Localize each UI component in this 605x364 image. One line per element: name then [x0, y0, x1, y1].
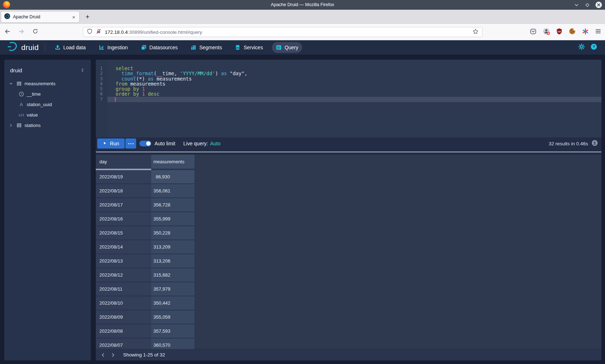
nav-item-label: Load data	[63, 45, 86, 50]
druid-logo-icon	[6, 41, 18, 54]
column-header-measurements[interactable]: measurements	[151, 155, 194, 169]
panel-resize-splitter[interactable]	[96, 151, 601, 153]
prev-page-icon[interactable]	[100, 352, 106, 358]
nav-item-label: Datasources	[149, 45, 178, 50]
menu-hamburger-icon[interactable]	[595, 28, 601, 36]
cell-day[interactable]: 2022/08/14	[96, 240, 151, 254]
cell-day[interactable]: 2022/08/10	[96, 296, 151, 310]
tab-strip: Apache Druid × +	[0, 10, 605, 24]
cell-measurements[interactable]: 313,209	[151, 240, 194, 254]
window-close-icon[interactable]	[595, 1, 602, 8]
column-header-day[interactable]: day	[96, 155, 151, 169]
table-row: 2022/08/11357,979	[96, 282, 601, 296]
cell-day[interactable]: 2022/08/11	[96, 282, 151, 296]
colorful-asterisk-extension-icon[interactable]	[582, 28, 589, 36]
nav-item-services[interactable]: Services	[231, 42, 267, 53]
nav-item-query[interactable]: Query	[272, 42, 302, 53]
url-text[interactable]: 172.18.0.4:30899/unified-console.html#qu…	[105, 29, 469, 35]
gutter-line-number: 4	[96, 81, 107, 86]
privacy-extension-icon[interactable]	[543, 28, 550, 36]
druid-brand[interactable]: druid	[6, 41, 39, 54]
cell-measurements[interactable]: 313,206	[151, 254, 194, 268]
pagination-footer: Showing 1-25 of 32	[96, 349, 601, 360]
table-row: 2022/08/13313,206	[96, 254, 601, 268]
tab-title: Apache Druid	[13, 14, 71, 19]
ingestion-icon	[99, 45, 104, 50]
nav-item-label: Ingestion	[107, 45, 128, 50]
nav-item-ingestion[interactable]: Ingestion	[95, 42, 132, 53]
chevron-right-icon[interactable]	[8, 123, 14, 127]
sort-double-caret-icon[interactable]	[80, 68, 85, 73]
code-line-2: time_format(__time, 'YYYY/MM/dd') as "da…	[107, 71, 601, 76]
tracking-protection-shield-icon[interactable]	[87, 28, 93, 36]
insecure-lock-icon[interactable]	[96, 28, 102, 36]
tree-item-station-uuid[interactable]: Astation_uuid	[4, 99, 91, 110]
browser-tab[interactable]: Apache Druid ×	[1, 12, 79, 22]
navbar-divider	[45, 44, 45, 51]
cell-measurements[interactable]: 350,442	[151, 296, 194, 310]
cell-day[interactable]: 2022/08/13	[96, 254, 151, 268]
nav-item-datasources[interactable]: Datasources	[137, 42, 182, 53]
live-query-control[interactable]: Live query:Auto	[183, 138, 220, 149]
cell-measurements[interactable]: 355,999	[151, 212, 194, 226]
run-more-button[interactable]	[125, 138, 136, 149]
results-summary: 32 results in 0.46s	[548, 141, 588, 146]
reload-icon[interactable]	[32, 28, 38, 36]
tree-item-label: stations	[24, 123, 41, 128]
tree-item-stations[interactable]: stations	[4, 120, 91, 131]
nav-item-segments[interactable]: Segments	[187, 42, 226, 53]
window-maximize-icon[interactable]	[584, 2, 590, 8]
table-row: 2022/08/15350,228	[96, 226, 601, 240]
results-table: day measurements 2022/08/1986,9302022/08…	[96, 155, 601, 360]
pocket-icon[interactable]	[530, 28, 537, 36]
table-row: 2022/08/16355,999	[96, 212, 601, 226]
cell-measurements[interactable]: 315,682	[151, 268, 194, 282]
live-query-value[interactable]: Auto	[210, 141, 220, 146]
play-icon	[103, 141, 107, 146]
new-tab-button[interactable]: +	[83, 13, 92, 22]
cell-day[interactable]: 2022/08/17	[96, 198, 151, 211]
table-icon	[16, 123, 22, 128]
url-bar[interactable]: 172.18.0.4:30899/unified-console.html#qu…	[83, 27, 483, 37]
cell-measurements[interactable]: 355,059	[151, 310, 194, 324]
cell-measurements[interactable]: 86,930	[151, 170, 194, 183]
auto-limit-toggle[interactable]	[139, 141, 151, 146]
schema-title: druid	[10, 67, 22, 73]
cell-day[interactable]: 2022/08/15	[96, 226, 151, 240]
download-results-icon[interactable]	[592, 140, 598, 147]
cookie-extension-icon[interactable]	[569, 28, 576, 36]
cell-day[interactable]: 2022/08/08	[96, 324, 151, 338]
bookmark-star-icon[interactable]	[472, 28, 479, 36]
cell-day[interactable]: 2022/08/19	[96, 170, 151, 183]
cell-measurements[interactable]: 357,979	[151, 282, 194, 296]
tab-close-icon[interactable]: ×	[71, 14, 76, 20]
next-page-icon[interactable]	[110, 352, 116, 358]
cell-day[interactable]: 2022/08/18	[96, 184, 151, 197]
gutter-line-number: 3	[96, 76, 107, 81]
tree-item-measurements[interactable]: measurements	[4, 78, 91, 89]
settings-gear-icon[interactable]	[578, 44, 585, 51]
num-123-icon: 123	[18, 113, 24, 117]
tree-item--time[interactable]: __time	[4, 89, 91, 99]
cell-measurements[interactable]: 350,228	[151, 226, 194, 240]
sql-editor[interactable]: 1234567 select time_format(__time, 'YYYY…	[96, 60, 601, 137]
tree-item-label: __time	[27, 91, 41, 97]
run-button[interactable]: Run	[97, 138, 125, 149]
back-icon[interactable]	[4, 28, 10, 36]
help-icon[interactable]: ?	[591, 44, 597, 51]
tree-item-label: station_uuid	[27, 102, 52, 107]
tree-item-label: value	[27, 112, 38, 118]
nav-item-load-data[interactable]: Load data	[51, 42, 90, 53]
cell-measurements[interactable]: 357,593	[151, 324, 194, 338]
cell-day[interactable]: 2022/08/16	[96, 212, 151, 226]
ublock-origin-icon[interactable]: UO	[556, 28, 563, 36]
tree-item-value[interactable]: 123value	[4, 110, 91, 120]
showing-range-label: Showing 1-25 of 32	[123, 352, 165, 358]
window-minimize-icon[interactable]	[574, 2, 579, 8]
cell-day[interactable]: 2022/08/09	[96, 310, 151, 324]
chevron-down-icon[interactable]	[8, 82, 14, 86]
cell-day[interactable]: 2022/08/12	[96, 268, 151, 282]
cell-measurements[interactable]: 356,061	[151, 184, 194, 197]
forward-icon[interactable]	[18, 28, 24, 36]
cell-measurements[interactable]: 356,728	[151, 198, 194, 211]
